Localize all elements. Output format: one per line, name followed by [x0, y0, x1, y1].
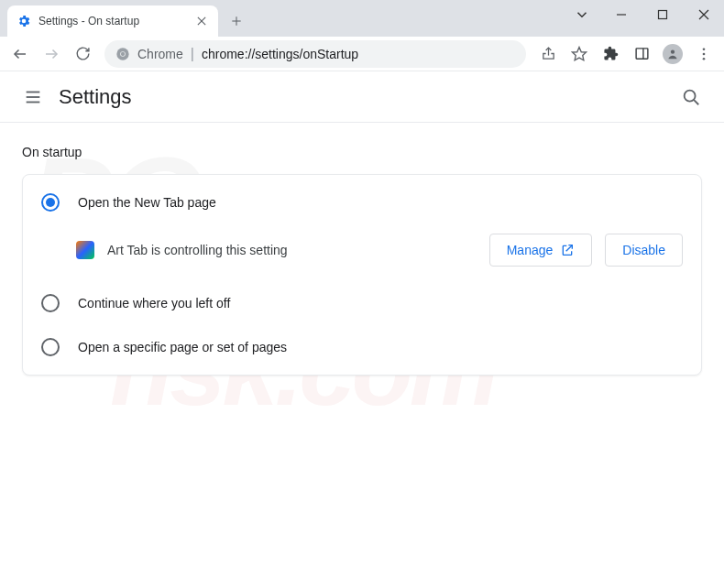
reload-button[interactable]	[68, 39, 97, 69]
window-close-button[interactable]	[683, 0, 724, 29]
svg-point-16	[671, 49, 675, 53]
startup-options-card: Open the New Tab page Art Tab is control…	[22, 174, 702, 376]
avatar-icon	[663, 44, 683, 64]
hamburger-menu-button[interactable]	[15, 79, 51, 115]
svg-point-12	[121, 51, 125, 55]
svg-line-24	[694, 99, 698, 103]
notice-text: Art Tab is controlling this setting	[107, 243, 477, 257]
browser-tab[interactable]: Settings - On startup	[7, 5, 218, 37]
share-button[interactable]	[533, 39, 563, 69]
radio-label: Open a specific page or set of pages	[78, 340, 287, 354]
url-divider: |	[191, 46, 194, 62]
radio-unchecked-icon	[41, 338, 60, 356]
window-maximize-button[interactable]	[642, 0, 683, 29]
radio-label: Open the New Tab page	[78, 195, 216, 210]
radio-checked-icon	[41, 193, 60, 212]
extension-controlled-notice: Art Tab is controlling this setting Mana…	[23, 224, 701, 281]
back-button[interactable]	[5, 39, 35, 69]
external-link-icon	[560, 243, 575, 257]
settings-header: Settings	[0, 71, 724, 123]
new-tab-button[interactable]	[224, 8, 249, 34]
url-text: chrome://settings/onStartup	[202, 47, 358, 61]
svg-point-17	[703, 48, 706, 50]
address-bar[interactable]: Chrome | chrome://settings/onStartup	[104, 40, 526, 68]
radio-unchecked-icon	[41, 294, 60, 312]
disable-label: Disable	[622, 243, 665, 257]
radio-option-specific-pages[interactable]: Open a specific page or set of pages	[23, 325, 701, 369]
profile-button[interactable]	[658, 39, 687, 69]
bookmark-button[interactable]	[565, 39, 594, 69]
settings-content: On startup Open the New Tab page Art Tab…	[0, 123, 724, 397]
manage-extension-button[interactable]: Manage	[489, 234, 593, 267]
radio-option-continue[interactable]: Continue where you left off	[23, 281, 701, 325]
disable-extension-button[interactable]: Disable	[605, 234, 683, 267]
forward-button[interactable]	[37, 39, 66, 69]
url-scheme-label: Chrome	[137, 47, 183, 61]
chrome-logo-icon	[115, 47, 130, 61]
svg-point-19	[703, 57, 706, 60]
chrome-menu-button[interactable]	[689, 39, 719, 69]
side-panel-button[interactable]	[627, 39, 656, 69]
extensions-button[interactable]	[596, 39, 625, 69]
extension-icon	[76, 241, 94, 259]
window-dropdown-icon[interactable]	[564, 6, 600, 23]
manage-label: Manage	[507, 243, 554, 257]
svg-point-23	[685, 90, 696, 101]
tab-close-button[interactable]	[194, 14, 209, 28]
window-controls	[564, 0, 724, 29]
page-title: Settings	[59, 85, 132, 109]
search-settings-button[interactable]	[673, 79, 709, 115]
tab-title: Settings - On startup	[38, 15, 187, 27]
window-minimize-button[interactable]	[600, 0, 642, 29]
svg-marker-13	[573, 47, 587, 60]
settings-gear-icon	[16, 14, 31, 28]
svg-rect-1	[658, 11, 666, 19]
svg-rect-14	[636, 49, 648, 59]
browser-toolbar: Chrome | chrome://settings/onStartup	[0, 37, 724, 71]
svg-point-18	[703, 52, 706, 55]
section-title: On startup	[22, 145, 702, 159]
radio-option-new-tab[interactable]: Open the New Tab page	[23, 180, 701, 224]
radio-label: Continue where you left off	[78, 296, 230, 310]
